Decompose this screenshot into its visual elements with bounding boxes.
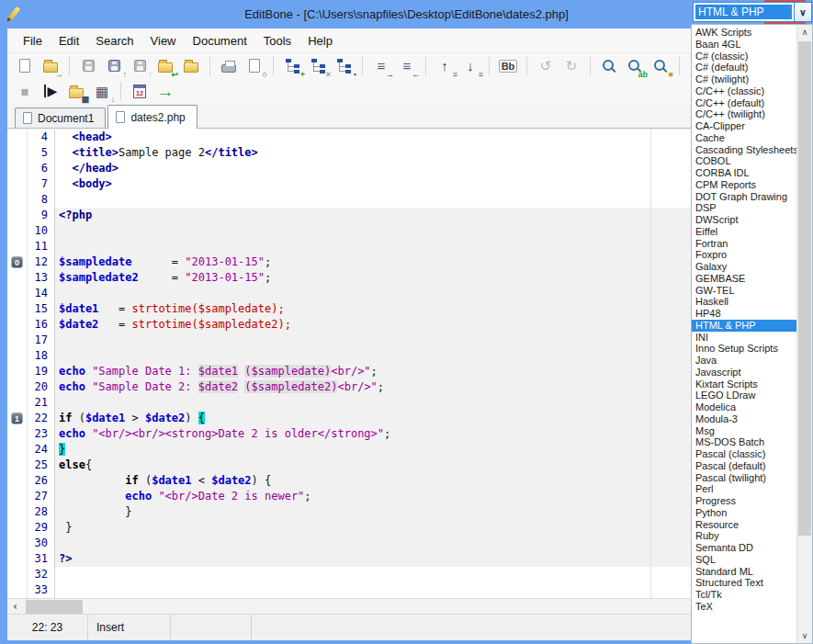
horizontal-scroll-thumb[interactable] [26, 600, 83, 614]
bookmark-margin[interactable] [7, 333, 28, 348]
language-item[interactable]: Semanta DD [692, 542, 796, 554]
step-button[interactable]: ▶ [39, 80, 62, 102]
bookmark-margin[interactable] [7, 270, 28, 286]
menu-item-view[interactable]: View [142, 31, 185, 51]
language-item[interactable]: Fortran [692, 238, 796, 250]
language-combobox[interactable]: HTML & PHP ∨ [693, 2, 812, 22]
chevron-down-icon[interactable]: ∨ [794, 3, 811, 21]
macro-record-button[interactable]: ▦↓ [90, 80, 114, 102]
language-item[interactable]: Perl [692, 483, 796, 495]
scroll-up-icon[interactable]: ∧ [797, 25, 812, 40]
language-item[interactable]: Eiffel [692, 226, 796, 238]
vertical-scroll-thumb[interactable] [798, 41, 811, 536]
language-item[interactable]: C# (default) [692, 62, 796, 73]
language-item[interactable]: Baan 4GL [692, 39, 796, 51]
language-item[interactable]: SQL [692, 554, 796, 566]
outdent-button[interactable]: ≡← [395, 55, 419, 77]
bookmark-margin[interactable] [7, 379, 28, 395]
language-item[interactable]: Progress [692, 495, 796, 507]
bookmark-margin[interactable] [7, 442, 28, 458]
bookmark-margin[interactable] [7, 286, 28, 301]
bookmark-margin[interactable] [7, 520, 28, 536]
language-item[interactable]: Cache [692, 132, 796, 144]
macro-open-button[interactable]: ▦ [64, 80, 88, 102]
bookmark-margin[interactable]: 0 [7, 254, 28, 270]
language-item[interactable]: Standard ML [692, 566, 796, 578]
sort-descending-button[interactable]: ↓≡ [458, 55, 482, 77]
indent-button[interactable]: ≡→ [369, 55, 393, 77]
language-item[interactable]: Inno Setup Scripts [692, 343, 796, 355]
language-item[interactable]: Msg [692, 425, 796, 437]
bookmark-margin[interactable] [7, 208, 28, 223]
stop-button[interactable]: ■ [13, 80, 37, 102]
revert-button[interactable]: ↩ [153, 55, 177, 77]
bookmark-margin[interactable] [7, 364, 28, 379]
language-item[interactable]: GEMBASE [692, 273, 796, 285]
sort-ascending-button[interactable]: ↑≡ [433, 55, 457, 77]
language-item[interactable]: Cascading Stylesheets [692, 144, 796, 156]
language-item[interactable]: HP48 [692, 308, 796, 320]
bookmark-margin[interactable] [7, 145, 28, 161]
menu-item-edit[interactable]: Edit [51, 31, 87, 51]
horizontal-scrollbar[interactable]: ‹ › [7, 598, 807, 614]
bookmark-margin[interactable] [7, 301, 28, 317]
print-button[interactable] [217, 55, 241, 77]
language-item[interactable]: C# (classic) [692, 51, 796, 62]
language-item[interactable]: AWK Scripts [692, 27, 796, 39]
scroll-down-icon[interactable]: ∨ [797, 628, 812, 643]
bookmark-margin[interactable] [7, 551, 28, 567]
bookmark-margin[interactable] [7, 489, 28, 504]
language-item[interactable]: Foxpro [692, 249, 796, 261]
language-item[interactable]: Pascal (default) [692, 460, 796, 472]
bookmark-margin[interactable] [7, 192, 28, 208]
bookmark-margin[interactable] [7, 317, 28, 333]
language-item[interactable]: Modula-3 [692, 413, 796, 425]
bookmark-margin[interactable] [7, 582, 28, 598]
language-item[interactable]: C/C++ (default) [692, 97, 796, 109]
menu-item-tools[interactable]: Tools [255, 31, 299, 51]
language-item[interactable]: TeX [692, 601, 796, 613]
folder-button[interactable] [179, 55, 203, 77]
save-as-button[interactable]: ↑ [102, 55, 126, 77]
menu-item-file[interactable]: File [15, 31, 51, 51]
menu-item-document[interactable]: Document [185, 31, 255, 51]
bookmark-margin[interactable] [7, 426, 28, 442]
language-item[interactable]: CORBA IDL [692, 167, 796, 179]
tab-document1[interactable]: Document1 [15, 107, 106, 128]
bookmark-margin[interactable] [7, 161, 28, 176]
language-item[interactable]: COBOL [692, 155, 796, 167]
group-delete-button[interactable]: × [306, 55, 330, 77]
menu-item-help[interactable]: Help [299, 31, 341, 51]
find-in-files-button[interactable]: ■ [649, 55, 672, 77]
bookmark-margin[interactable] [7, 473, 28, 489]
bookmark-margin[interactable] [7, 130, 28, 145]
save-all-button[interactable]: ↑ [128, 55, 152, 77]
insert-date-button[interactable]: 12 [128, 80, 152, 102]
group-add-button[interactable]: + [280, 55, 304, 77]
bookmark-margin[interactable] [7, 567, 28, 582]
language-item[interactable]: Kixtart Scripts [692, 378, 796, 390]
language-item[interactable]: Structured Text [692, 577, 796, 589]
bookmark-margin[interactable] [7, 348, 28, 364]
new-document-button[interactable] [13, 55, 37, 77]
tab-dates2[interactable]: dates2.php [107, 105, 197, 129]
print-preview-button[interactable]: ○ [243, 55, 266, 77]
undo-button[interactable]: ↺ [534, 55, 558, 77]
bookmark-margin[interactable] [7, 239, 28, 254]
bookmark-margin[interactable]: 1 [7, 411, 28, 426]
language-item[interactable]: C# (twilight) [692, 73, 796, 85]
bookmark-margin[interactable] [7, 536, 28, 551]
bookmark-margin[interactable] [7, 176, 28, 192]
language-item[interactable]: INI [692, 332, 796, 344]
menu-item-search[interactable]: Search [87, 31, 141, 51]
language-item[interactable]: Pascal (twilight) [692, 472, 796, 484]
language-item[interactable]: CPM Reports [692, 179, 796, 191]
language-list-scrollbar[interactable]: ∧ ∨ [796, 25, 812, 643]
language-item[interactable]: Resource [692, 519, 796, 531]
language-item[interactable]: Python [692, 507, 796, 519]
open-button[interactable]: → [39, 55, 62, 77]
language-item[interactable]: Modelica [692, 401, 796, 413]
language-item[interactable]: C/C++ (classic) [692, 85, 796, 97]
code-editor[interactable]: 4 <head>5 <title>Sample page 2</title>6 … [7, 129, 807, 614]
group-edit-button[interactable]: ▪ [332, 55, 356, 77]
